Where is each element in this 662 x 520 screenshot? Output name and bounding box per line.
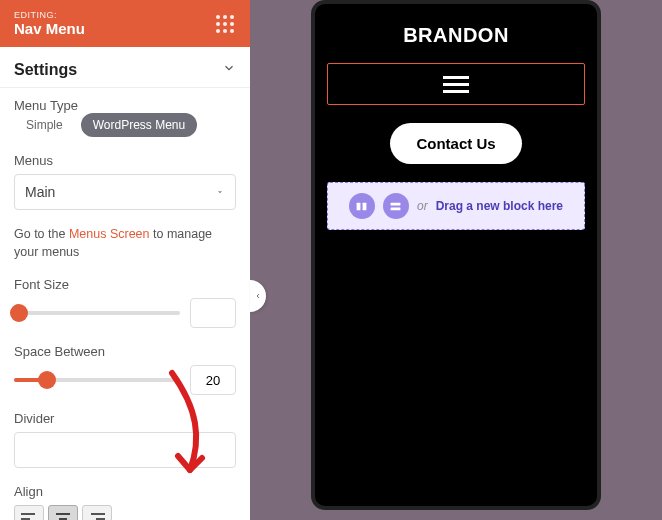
chevron-down-icon: [222, 61, 236, 79]
drop-or-text: or: [417, 199, 428, 213]
settings-section-toggle[interactable]: Settings: [0, 47, 250, 88]
svg-rect-11: [391, 202, 401, 205]
menus-select[interactable]: Main: [14, 174, 236, 210]
svg-rect-9: [357, 202, 361, 210]
site-brand: BRANDON: [321, 24, 591, 47]
widget-title: Nav Menu: [14, 20, 85, 37]
divider-label: Divider: [14, 411, 236, 426]
align-center-button[interactable]: [48, 505, 78, 520]
row-icon: [383, 193, 409, 219]
nav-menu-block[interactable]: [327, 63, 585, 105]
section-title: Settings: [14, 61, 77, 79]
svg-rect-3: [56, 513, 70, 515]
block-drop-zone[interactable]: or Drag a new block here: [327, 182, 585, 230]
drop-hint-text: Drag a new block here: [436, 199, 563, 213]
divider-input[interactable]: [14, 432, 236, 468]
mobile-preview-frame: BRANDON Contact Us or Drag a new block h…: [311, 0, 601, 510]
align-label: Align: [14, 484, 236, 499]
menu-type-simple[interactable]: Simple: [14, 113, 75, 137]
font-size-label: Font Size: [14, 277, 236, 292]
contact-us-button[interactable]: Contact Us: [390, 123, 521, 164]
chevron-left-icon: [254, 291, 262, 301]
sidebar-header: EDITING: Nav Menu: [0, 0, 250, 47]
menu-type-row: Menu Type Simple WordPress Menu: [14, 98, 236, 137]
columns-icon: [349, 193, 375, 219]
preview-canvas: BRANDON Contact Us or Drag a new block h…: [250, 0, 662, 520]
align-left-button[interactable]: [14, 505, 44, 520]
space-between-input[interactable]: [190, 365, 236, 395]
menus-screen-link[interactable]: Menus Screen: [69, 227, 150, 241]
svg-rect-0: [21, 513, 35, 515]
menu-type-wordpress[interactable]: WordPress Menu: [81, 113, 197, 137]
caret-down-icon: [215, 187, 225, 197]
hamburger-icon: [443, 76, 469, 93]
menus-help-text: Go to the Menus Screen to manage your me…: [14, 226, 236, 261]
settings-sidebar: EDITING: Nav Menu Settings Menu Type Sim…: [0, 0, 250, 520]
font-size-input[interactable]: [190, 298, 236, 328]
svg-rect-10: [363, 202, 367, 210]
menus-selected-value: Main: [25, 184, 55, 200]
menu-type-label: Menu Type: [14, 98, 78, 113]
menus-label: Menus: [14, 153, 236, 168]
space-between-label: Space Between: [14, 344, 236, 359]
drag-handle-icon[interactable]: [216, 15, 236, 33]
align-group: [14, 505, 236, 520]
svg-rect-12: [391, 207, 401, 210]
align-right-button[interactable]: [82, 505, 112, 520]
menu-type-toggle: Simple WordPress Menu: [14, 113, 197, 137]
editing-label: EDITING:: [14, 10, 85, 20]
settings-panel: Menu Type Simple WordPress Menu Menus Ma…: [0, 88, 250, 520]
svg-rect-6: [91, 513, 105, 515]
space-between-slider[interactable]: [14, 378, 180, 382]
font-size-slider[interactable]: [14, 311, 180, 315]
